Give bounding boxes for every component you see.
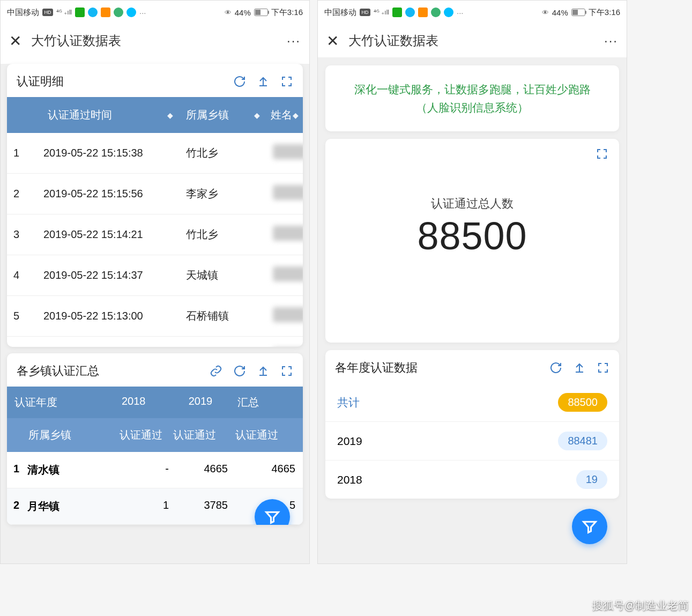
row-town: 竹北乡: [180, 214, 266, 255]
row-time: 2019-05-22 15:11:46: [41, 338, 180, 347]
years-title: 各年度认证数据: [335, 360, 418, 376]
link-icon[interactable]: [210, 365, 222, 377]
app-icon-blue: [444, 8, 453, 17]
battery-icon: [254, 9, 268, 16]
clock: 下午3:16: [589, 8, 620, 18]
refresh-icon[interactable]: [233, 365, 246, 377]
collapse-icon[interactable]: [257, 75, 270, 88]
carrier-label: 中国移动: [7, 8, 39, 18]
row-index: 2: [7, 488, 25, 524]
expand-icon[interactable]: [596, 147, 608, 162]
row-time: 2019-05-22 15:15:38: [41, 134, 180, 172]
table-row[interactable]: 12019-05-22 15:15:38竹北乡: [7, 133, 303, 174]
table-row[interactable]: 52019-05-22 15:13:00石桥铺镇: [7, 296, 303, 337]
hd-icon: HD: [42, 9, 53, 16]
wechat-icon: [392, 8, 402, 17]
list-item[interactable]: 201819: [325, 461, 619, 499]
filter-fab[interactable]: [572, 509, 607, 544]
hd-icon: HD: [360, 9, 370, 16]
row-2018: 1: [117, 488, 171, 524]
status-bar: 中国移动 HD ⁴ᴳ ₊ıll ··· 👁 44% 下午3:16: [318, 1, 627, 24]
row-2018: -: [117, 452, 171, 488]
row-index: 1: [7, 452, 25, 488]
col-name[interactable]: 姓名 ◆: [266, 97, 303, 133]
total-value: 88500: [339, 214, 605, 258]
battery-pct: 44%: [552, 8, 568, 17]
expand-icon[interactable]: [280, 75, 293, 88]
year-value: 19: [576, 470, 607, 489]
row-town: 月华镇: [25, 488, 117, 524]
page-title: 大竹认证数据表: [31, 32, 287, 49]
row-name: [266, 138, 303, 168]
phone-right: 中国移动 HD ⁴ᴳ ₊ıll ··· 👁 44% 下午3:16 ✕ 大竹认证数…: [317, 0, 627, 564]
more-icon[interactable]: ···: [287, 33, 301, 48]
wechat-icon: [75, 8, 85, 17]
collapse-icon[interactable]: [257, 365, 270, 377]
row-town: 清水镇: [25, 452, 117, 488]
year-label: 2019: [337, 435, 362, 448]
year-label: 共计: [337, 395, 360, 410]
sort-icon: ◆: [167, 113, 173, 118]
row-town: 石桥铺镇: [180, 296, 266, 336]
row-index: 6: [7, 338, 41, 347]
row-name: [266, 301, 303, 331]
table-row[interactable]: 1清水镇-46654665: [7, 452, 303, 488]
row-index: 2: [7, 175, 41, 213]
refresh-icon[interactable]: [233, 75, 246, 88]
table-row[interactable]: 42019-05-22 15:14:37天城镇: [7, 255, 303, 296]
table-row[interactable]: 62019-05-22 15:11:46李家乡: [7, 337, 303, 347]
year-value: 88500: [558, 393, 607, 412]
eye-icon: 👁: [542, 9, 549, 17]
battery-pct: 44%: [235, 8, 251, 17]
table-row[interactable]: 32019-05-22 15:14:21竹北乡: [7, 214, 303, 255]
years-card: 各年度认证数据 共计88500201988481201819: [325, 350, 619, 499]
more-icon[interactable]: ···: [604, 33, 618, 48]
page-title: 大竹认证数据表: [348, 32, 604, 49]
refresh-icon[interactable]: [549, 361, 562, 374]
row-town: 李家乡: [180, 337, 266, 347]
row-time: 2019-05-22 15:13:00: [41, 297, 180, 335]
topbar: ✕ 大竹认证数据表 ···: [1, 24, 309, 57]
summary-title: 各乡镇认证汇总: [17, 363, 99, 379]
row-name: [266, 260, 303, 291]
list-item[interactable]: 共计88500: [325, 383, 619, 422]
banner: 深化一键式服务，让数据多跑腿，让百姓少跑路 （人脸识别信息系统）: [325, 65, 619, 131]
col-town[interactable]: 所属乡镇 ◆: [180, 97, 266, 133]
topbar: ✕ 大竹认证数据表 ···: [318, 24, 627, 57]
summary-card: 各乡镇认证汇总 认证年度 2018 2019 汇总: [7, 353, 303, 525]
list-item[interactable]: 201988481: [325, 422, 619, 461]
row-time: 2019-05-22 15:14:21: [41, 216, 180, 254]
app-icon-orange: [418, 8, 428, 17]
detail-card: 认证明细 认证通过时间 ◆ 所属乡镇 ◆: [7, 64, 303, 347]
clock: 下午3:16: [271, 8, 303, 18]
signal-icon: ⁴ᴳ ₊ıll: [374, 9, 389, 16]
summary-header-row1: 认证年度 2018 2019 汇总: [7, 387, 303, 418]
app-icon-green: [114, 8, 123, 17]
close-icon[interactable]: ✕: [9, 32, 21, 50]
row-time: 2019-05-22 15:15:56: [41, 175, 180, 213]
row-2019: 4665: [171, 452, 230, 488]
detail-title: 认证明细: [17, 73, 64, 90]
collapse-icon[interactable]: [573, 361, 586, 374]
eye-icon: 👁: [225, 9, 232, 17]
summary-header-row2: 所属乡镇 认证通过 认证通过 认证通过: [7, 418, 303, 452]
expand-icon[interactable]: [280, 365, 293, 377]
col-time[interactable]: 认证通过时间 ◆: [41, 97, 180, 133]
row-2019: 3785: [171, 488, 230, 524]
row-town: 竹北乡: [180, 133, 266, 173]
banner-line1: 深化一键式服务，让数据多跑腿，让百姓少跑路: [336, 80, 608, 99]
table-row[interactable]: 22019-05-22 15:15:56李家乡: [7, 174, 303, 214]
close-icon[interactable]: ✕: [326, 32, 339, 50]
app-icon-green: [431, 8, 441, 17]
qq-icon: [405, 8, 415, 17]
expand-icon[interactable]: [597, 361, 609, 374]
detail-table-header: 认证通过时间 ◆ 所属乡镇 ◆ 姓名 ◆: [7, 97, 303, 133]
row-index: 1: [7, 134, 41, 172]
row-name: [266, 219, 303, 250]
sort-icon: ◆: [293, 113, 299, 118]
sort-icon: ◆: [254, 113, 260, 118]
status-more-icon: ···: [139, 8, 146, 17]
year-label: 2018: [337, 473, 362, 486]
row-time: 2019-05-22 15:14:37: [41, 256, 180, 294]
signal-icon: ⁴ᴳ ₊ıll: [56, 9, 72, 16]
